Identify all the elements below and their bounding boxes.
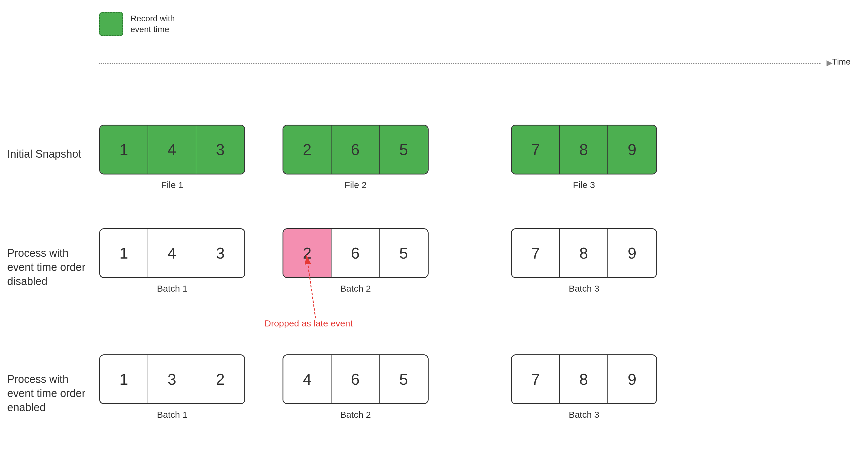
batch1-label: Batch 1: [157, 283, 188, 294]
record: 6: [332, 126, 380, 174]
enabled-label: Process with event time order enabled: [7, 372, 94, 414]
record: 9: [608, 126, 656, 174]
initial-file3-group: 7 8 9 File 3: [511, 125, 657, 190]
record: 6: [332, 229, 380, 277]
legend: Record with event time: [99, 12, 175, 36]
record: 6: [332, 355, 380, 403]
initial-snapshot-label: Initial Snapshot: [7, 147, 94, 161]
legend-record-box: [99, 12, 123, 36]
batch3-label: Batch 3: [569, 283, 599, 294]
enabled-batch2-records: 4 6 5: [282, 354, 429, 404]
enabled-batch2-group: 4 6 5 Batch 2: [282, 354, 429, 420]
record: 1: [100, 229, 148, 277]
record: 3: [196, 126, 244, 174]
record: 5: [380, 126, 428, 174]
timeline-arrow: [827, 60, 833, 66]
file2-label: File 2: [344, 180, 366, 190]
legend-label: Record with event time: [130, 13, 175, 35]
initial-file3-records: 7 8 9: [511, 125, 657, 174]
record: 3: [148, 355, 196, 403]
record: 2: [196, 355, 244, 403]
record: 4: [283, 355, 332, 403]
batch2-label: Batch 2: [340, 283, 371, 294]
svg-line-1: [307, 255, 316, 318]
record: 1: [100, 126, 148, 174]
initial-file1-records: 1 4 3: [99, 125, 245, 174]
record: 9: [608, 229, 656, 277]
record: 1: [100, 355, 148, 403]
record: 7: [512, 355, 560, 403]
initial-file1-group: 1 4 3 File 1: [99, 125, 245, 190]
disabled-batch3-group: 7 8 9 Batch 3: [511, 228, 657, 294]
record: 7: [512, 126, 560, 174]
record: 4: [148, 229, 196, 277]
timeline-line: [99, 63, 820, 64]
initial-file2-records: 2 6 5: [282, 125, 429, 174]
record: 8: [560, 355, 608, 403]
record: 2: [283, 126, 332, 174]
enabled-batch1-group: 1 3 2 Batch 1: [99, 354, 245, 420]
record: 9: [608, 355, 656, 403]
initial-file2-group: 2 6 5 File 2: [282, 125, 429, 190]
enabled-batch2-label: Batch 2: [340, 410, 371, 420]
record: 8: [560, 229, 608, 277]
record: 4: [148, 126, 196, 174]
disabled-batch1-records: 1 4 3: [99, 228, 245, 278]
record: 8: [560, 126, 608, 174]
record: 5: [380, 355, 428, 403]
record: 3: [196, 229, 244, 277]
timeline-label: Time: [832, 57, 850, 67]
enabled-batch3-label: Batch 3: [569, 410, 599, 420]
enabled-batch1-records: 1 3 2: [99, 354, 245, 404]
record: 5: [380, 229, 428, 277]
timeline: Time: [99, 60, 833, 66]
disabled-batch3-records: 7 8 9: [511, 228, 657, 278]
diagram-container: Record with event time Time Initial Snap…: [0, 0, 868, 473]
dropped-arrow-svg: [298, 252, 334, 322]
disabled-label: Process with event time order disabled: [7, 246, 94, 288]
file1-label: File 1: [161, 180, 183, 190]
record: 7: [512, 229, 560, 277]
enabled-batch1-label: Batch 1: [157, 410, 188, 420]
disabled-batch1-group: 1 4 3 Batch 1: [99, 228, 245, 294]
enabled-batch3-records: 7 8 9: [511, 354, 657, 404]
file3-label: File 3: [573, 180, 595, 190]
enabled-batch3-group: 7 8 9 Batch 3: [511, 354, 657, 420]
